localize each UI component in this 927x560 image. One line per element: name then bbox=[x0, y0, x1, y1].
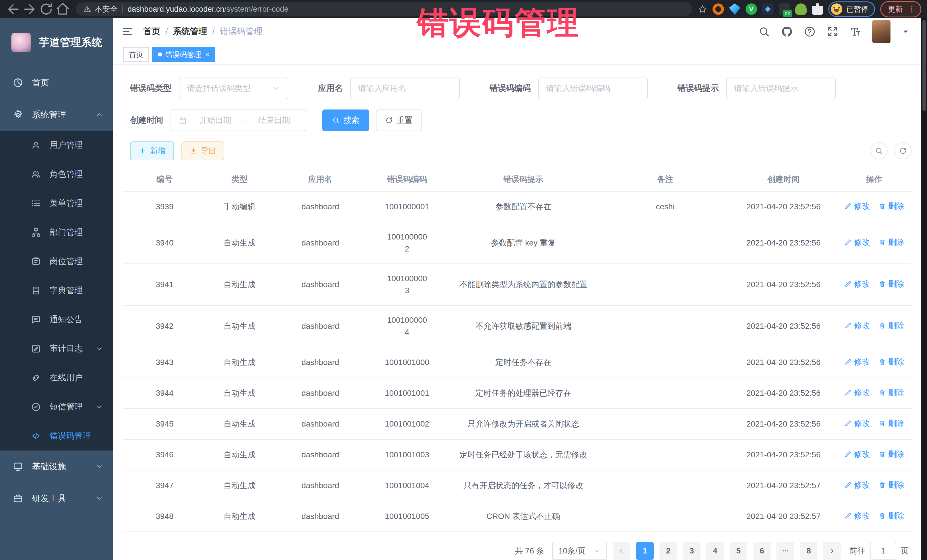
browser-home-icon[interactable] bbox=[55, 2, 70, 17]
extensions-puzzle-icon[interactable] bbox=[812, 3, 823, 15]
sidebar-item-2[interactable]: 用户管理 bbox=[0, 131, 113, 160]
chevron-down-icon bbox=[95, 345, 103, 353]
sidebar-item-3[interactable]: 角色管理 bbox=[0, 160, 113, 189]
edit-link[interactable]: 修改 bbox=[844, 417, 870, 429]
edit-icon bbox=[844, 239, 852, 246]
delete-link[interactable]: 删除 bbox=[878, 479, 904, 491]
sidebar-item-10[interactable]: 在线用户 bbox=[0, 363, 113, 392]
github-icon[interactable] bbox=[781, 26, 793, 38]
page-button-3[interactable]: 3 bbox=[683, 542, 701, 560]
delete-link[interactable]: 删除 bbox=[878, 237, 904, 248]
page-button-1[interactable]: 1 bbox=[636, 542, 654, 560]
page-button-8[interactable]: 8 bbox=[800, 542, 818, 560]
dict-icon bbox=[31, 285, 41, 296]
prev-page-button[interactable] bbox=[613, 542, 631, 560]
edit-link[interactable]: 修改 bbox=[844, 237, 870, 248]
edit-icon bbox=[844, 280, 852, 288]
sidebar-item-4[interactable]: 菜单管理 bbox=[0, 189, 113, 218]
browser-forward-icon[interactable] bbox=[22, 2, 37, 17]
more-pages-button[interactable] bbox=[777, 542, 794, 560]
breadcrumb-item[interactable]: 系统管理 bbox=[173, 26, 207, 37]
fullscreen-icon[interactable] bbox=[827, 26, 839, 38]
extension-icon[interactable]: V bbox=[746, 3, 757, 15]
page-button-5[interactable]: 5 bbox=[729, 542, 747, 560]
edit-link[interactable]: 修改 bbox=[844, 479, 870, 491]
app-name-input[interactable] bbox=[358, 84, 452, 93]
show-search-button[interactable] bbox=[871, 142, 887, 159]
extension-icon[interactable] bbox=[729, 3, 740, 15]
error-type-select[interactable]: 请选择错误码类型 bbox=[179, 77, 288, 99]
tab-错误码管理[interactable]: 错误码管理× bbox=[152, 47, 215, 62]
sidebar-item-11[interactable]: 短信管理 bbox=[0, 392, 113, 422]
refresh-table-button[interactable] bbox=[895, 142, 912, 159]
extension-icon[interactable] bbox=[779, 3, 790, 15]
delete-link[interactable]: 删除 bbox=[878, 278, 904, 290]
edit-icon bbox=[844, 512, 852, 519]
delete-link[interactable]: 删除 bbox=[878, 387, 904, 399]
browser-back-icon[interactable] bbox=[6, 2, 21, 17]
security-indicator[interactable]: 不安全 bbox=[83, 4, 118, 14]
sidebar-item-6[interactable]: 岗位管理 bbox=[0, 247, 113, 276]
edit-link[interactable]: 修改 bbox=[844, 387, 870, 399]
edit-link[interactable]: 修改 bbox=[844, 448, 870, 460]
edit-icon bbox=[844, 202, 852, 210]
page-button-4[interactable]: 4 bbox=[706, 542, 724, 560]
sidebar-item-0[interactable]: 首页 bbox=[0, 67, 113, 99]
page-button-6[interactable]: 6 bbox=[753, 542, 771, 560]
delete-link[interactable]: 删除 bbox=[878, 510, 904, 522]
browser-reload-icon[interactable] bbox=[39, 2, 54, 17]
browser-update-button[interactable]: 更新 bbox=[880, 1, 921, 17]
font-size-icon[interactable] bbox=[849, 26, 862, 38]
tab-首页[interactable]: 首页 bbox=[123, 47, 149, 62]
reset-button[interactable]: 重置 bbox=[376, 109, 422, 131]
goto-page-input[interactable] bbox=[870, 542, 896, 560]
sidebar-item-7[interactable]: 字典管理 bbox=[0, 276, 113, 305]
edit-link[interactable]: 修改 bbox=[844, 200, 870, 212]
edit-link[interactable]: 修改 bbox=[844, 320, 870, 332]
date-range-picker[interactable]: 开始日期 - 结束日期 bbox=[170, 109, 306, 131]
delete-link[interactable]: 删除 bbox=[878, 200, 904, 212]
error-msg-input[interactable] bbox=[734, 84, 828, 93]
hamburger-icon[interactable] bbox=[122, 26, 134, 38]
export-button[interactable]: 导出 bbox=[181, 141, 224, 160]
sidebar-item-14[interactable]: 研发工具 bbox=[0, 483, 113, 514]
page-button-2[interactable]: 2 bbox=[660, 542, 677, 560]
close-tab-icon[interactable]: × bbox=[205, 50, 209, 59]
delete-link[interactable]: 删除 bbox=[878, 356, 904, 368]
breadcrumb-item[interactable]: 首页 bbox=[143, 26, 160, 37]
user-avatar[interactable] bbox=[872, 20, 891, 43]
app-name-label: 应用名 bbox=[318, 83, 343, 94]
sidebar-item-5[interactable]: 部门管理 bbox=[0, 218, 113, 247]
caret-down-icon[interactable] bbox=[901, 27, 910, 36]
browser-scrollbar[interactable] bbox=[921, 18, 927, 560]
next-page-button[interactable] bbox=[823, 542, 841, 560]
extension-icon[interactable] bbox=[795, 3, 807, 15]
address-bar[interactable]: 不安全 dashboard.yudao.iocoder.cn/system/er… bbox=[76, 2, 692, 16]
sidebar-item-1[interactable]: 系统管理 bbox=[0, 99, 113, 131]
search-icon[interactable] bbox=[758, 26, 770, 38]
help-icon[interactable] bbox=[804, 26, 816, 38]
browser-menu-icon[interactable] bbox=[907, 5, 916, 14]
sidebar-item-8[interactable]: 通知公告 bbox=[0, 305, 113, 334]
sidebar-item-9[interactable]: 审计日志 bbox=[0, 334, 113, 363]
edit-link[interactable]: 修改 bbox=[844, 356, 870, 368]
delete-link[interactable]: 删除 bbox=[878, 448, 904, 460]
search-button[interactable]: 搜索 bbox=[322, 109, 369, 131]
error-code-input[interactable] bbox=[546, 84, 640, 93]
sidebar-item-13[interactable]: 基础设施 bbox=[0, 451, 113, 483]
edit-link[interactable]: 修改 bbox=[844, 278, 870, 290]
sidebar-logo[interactable]: 芋道管理系统 bbox=[0, 18, 113, 67]
delete-link[interactable]: 删除 bbox=[878, 320, 904, 332]
code-icon bbox=[31, 431, 41, 441]
extension-icon[interactable] bbox=[762, 3, 774, 15]
add-button[interactable]: 新增 bbox=[130, 141, 174, 160]
extension-icon[interactable] bbox=[713, 3, 724, 15]
col-header-4: 错误码提示 bbox=[447, 168, 600, 191]
delete-link[interactable]: 删除 bbox=[878, 417, 904, 429]
sidebar-item-12[interactable]: 错误码管理 bbox=[0, 422, 113, 451]
edit-link[interactable]: 修改 bbox=[844, 510, 870, 522]
browser-profile-button[interactable]: 已暂停 bbox=[828, 2, 875, 17]
bookmark-star-icon[interactable] bbox=[698, 4, 707, 14]
sidebar-item-label: 短信管理 bbox=[50, 401, 87, 413]
page-size-select[interactable]: 10条/页 bbox=[552, 542, 607, 560]
